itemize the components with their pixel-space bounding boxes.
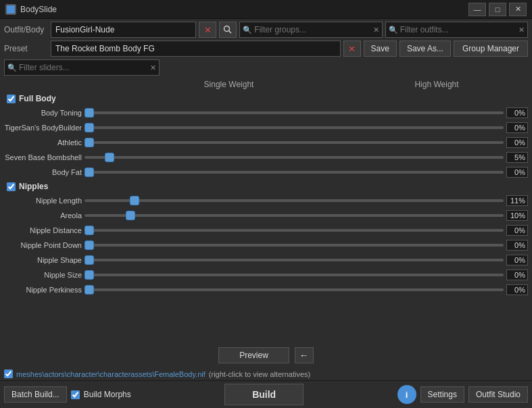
clear-sliders-icon[interactable]: ✕	[150, 63, 156, 72]
col-high-weight: High Weight	[372, 80, 501, 89]
group-checkbox-1[interactable]	[7, 182, 16, 191]
slider-name-1-6: Nipple Perkiness	[4, 286, 82, 294]
slider-row-1-2: Nipple Distance0%	[0, 223, 532, 238]
slider-value-1-5: 0%	[506, 270, 528, 280]
slider-name-1-2: Nipple Distance	[4, 226, 82, 234]
outfit-label: Outfit/Body	[4, 25, 48, 34]
slider-track-1-4	[84, 254, 504, 266]
slider-input-1-6[interactable]	[84, 288, 504, 291]
close-button[interactable]: ✕	[509, 3, 527, 16]
clear-outfits-icon[interactable]: ✕	[518, 26, 525, 34]
search-outfits-icon: 🔍	[389, 26, 398, 34]
slider-name-0-4: Body Fat	[4, 168, 82, 176]
mesh-checkbox[interactable]	[4, 369, 13, 378]
minimize-button[interactable]: —	[468, 3, 486, 16]
slider-value-1-1: 10%	[506, 210, 528, 221]
outfit-search-button[interactable]	[219, 22, 237, 38]
slider-name-1-3: Nipple Point Down	[4, 241, 82, 249]
arrow-button[interactable]: ←	[295, 347, 314, 363]
slider-track-1-3	[84, 239, 504, 251]
slider-input-1-3[interactable]	[84, 244, 504, 247]
svg-rect-0	[7, 5, 15, 14]
group-checkbox-0[interactable]	[7, 95, 16, 103]
slider-row-0-2: Athletic0%	[0, 135, 532, 150]
slider-input-0-2[interactable]	[84, 141, 504, 144]
search-sliders-icon: 🔍	[7, 63, 17, 72]
slider-name-0-0: Body Toning	[4, 109, 82, 117]
filter-outfits-input[interactable]	[400, 25, 516, 34]
build-morphs-checkbox[interactable]	[71, 390, 80, 399]
slider-row-1-5: Nipple Size0%	[0, 267, 532, 282]
slider-name-1-1: Areola	[4, 211, 82, 220]
slider-row-1-1: Areola10%	[0, 208, 532, 223]
filter-sliders-row: 🔍 ✕	[0, 59, 532, 78]
slider-track-0-3	[84, 151, 504, 163]
group-header-1: Nipples	[0, 180, 532, 193]
slider-name-1-0: Nipple Length	[4, 197, 82, 205]
slider-input-1-4[interactable]	[84, 259, 504, 261]
slider-name-0-1: TigerSan's BodyBuilder	[4, 124, 82, 132]
info-button[interactable]: i	[397, 385, 416, 404]
slider-value-1-0: 11%	[506, 195, 528, 206]
filter-sliders-input[interactable]	[19, 63, 148, 72]
outfit-clear-button[interactable]: ✕	[199, 22, 216, 38]
app-title: BodySlide	[20, 5, 468, 14]
outfit-combo[interactable]: FusionGirl-Nude	[51, 22, 196, 38]
slider-input-1-0[interactable]	[84, 199, 504, 202]
app-icon	[5, 4, 16, 15]
slider-input-1-1[interactable]	[84, 214, 504, 217]
settings-button[interactable]: Settings	[420, 386, 464, 403]
preview-button[interactable]: Preview	[218, 347, 289, 363]
slider-row-0-0: Body Toning0%	[0, 105, 532, 120]
group-manager-button[interactable]: Group Manager	[454, 41, 528, 57]
slider-input-0-0[interactable]	[84, 111, 504, 114]
svg-line-2	[229, 31, 232, 34]
slider-row-1-3: Nipple Point Down0%	[0, 238, 532, 253]
outfit-row: Outfit/Body FusionGirl-Nude ✕ 🔍 ✕ 🔍 ✕	[0, 19, 532, 41]
filter-sliders-box: 🔍 ✕	[4, 59, 160, 76]
save-as-button[interactable]: Save As...	[400, 41, 451, 57]
slider-input-0-4[interactable]	[84, 171, 504, 174]
batch-build-button[interactable]: Batch Build...	[4, 386, 67, 403]
preset-combo[interactable]: The Rocket Bomb Body FG	[51, 41, 341, 57]
slider-track-0-4	[84, 166, 504, 178]
slider-row-1-6: Nipple Perkiness0%	[0, 282, 532, 297]
bottom-bar: Batch Build... Build Morphs Build i Sett…	[0, 380, 532, 408]
filter-groups-input[interactable]	[254, 25, 370, 34]
search-groups-icon: 🔍	[243, 26, 252, 34]
slider-track-0-0	[84, 107, 504, 119]
clear-groups-icon[interactable]: ✕	[373, 26, 379, 34]
slider-input-0-1[interactable]	[84, 126, 504, 129]
slider-row-0-4: Body Fat0%	[0, 165, 532, 180]
outfit-studio-button[interactable]: Outfit Studio	[468, 386, 528, 403]
slider-name-0-2: Athletic	[4, 138, 82, 147]
slider-value-0-4: 0%	[506, 167, 528, 178]
slider-value-1-3: 0%	[506, 240, 528, 251]
sliders-area: Full BodyBody Toning0%TigerSan's BodyBui…	[0, 91, 532, 343]
group-header-0: Full Body	[0, 92, 532, 105]
save-button[interactable]: Save	[364, 41, 397, 57]
slider-value-1-4: 0%	[506, 255, 528, 265]
slider-value-0-2: 0%	[506, 137, 528, 148]
mesh-row: meshes\actors\character\characterassets\…	[0, 367, 532, 380]
slider-input-0-3[interactable]	[84, 156, 504, 159]
slider-input-1-2[interactable]	[84, 229, 504, 232]
svg-point-1	[224, 26, 230, 32]
slider-row-0-3: Seven Base Bombshell5%	[0, 150, 532, 165]
slider-track-1-0	[84, 195, 504, 207]
mesh-hint: (right-click to view alternatives)	[209, 370, 310, 378]
slider-input-1-5[interactable]	[84, 274, 504, 276]
maximize-button[interactable]: □	[489, 3, 506, 16]
col-single-weight: Single Weight	[85, 80, 372, 89]
slider-name-1-4: Nipple Shape	[4, 256, 82, 264]
slider-track-1-5	[84, 269, 504, 281]
preset-clear-button[interactable]: ✕	[343, 41, 361, 57]
slider-name-0-3: Seven Base Bombshell	[4, 153, 82, 161]
filter-groups-box: 🔍 ✕	[239, 22, 382, 38]
titlebar: BodySlide — □ ✕	[0, 0, 532, 19]
group-name-0: Full Body	[19, 94, 56, 103]
slider-value-0-3: 5%	[506, 152, 528, 163]
mesh-path: meshes\actors\character\characterassets\…	[16, 370, 205, 378]
slider-value-0-1: 0%	[506, 122, 528, 133]
build-button[interactable]: Build	[224, 384, 304, 405]
